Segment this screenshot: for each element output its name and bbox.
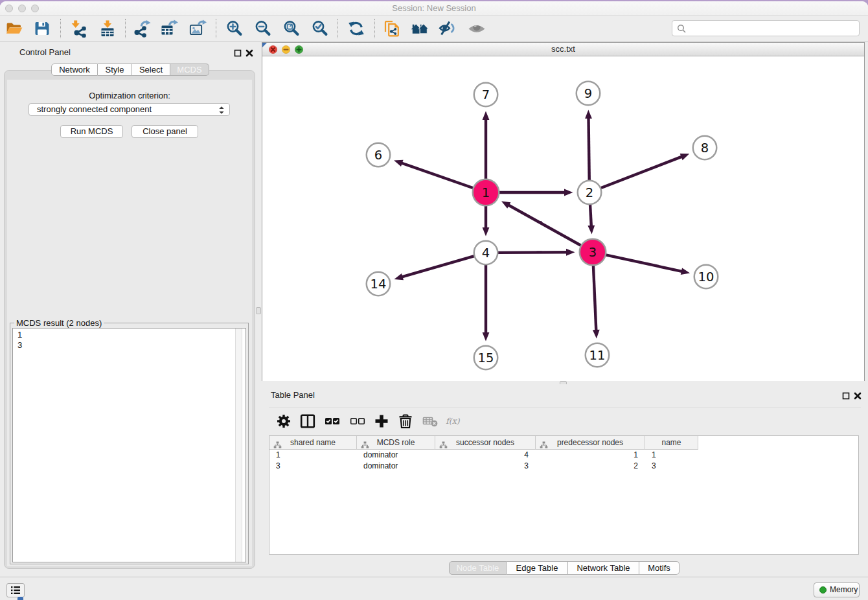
graph-node-7[interactable]: 7 [474,83,498,107]
mcds-result-fieldset: MCDS result (2 nodes) 1 3 [10,323,249,564]
criterion-select[interactable]: strongly connected component [29,103,230,116]
task-history-button[interactable] [6,583,25,597]
svg-text:2: 2 [586,185,593,200]
show-hidden-eye-icon[interactable] [468,19,486,38]
toolbar-separator [374,19,375,38]
graph-node-6[interactable]: 6 [367,143,391,167]
import-table-icon[interactable] [98,19,117,38]
mcds-panel: Optimization criterion: strongly connect… [7,80,252,566]
refresh-icon[interactable] [347,19,365,38]
save-session-icon[interactable] [33,19,51,38]
zoom-in-icon[interactable] [225,19,244,38]
criterion-value: strongly connected component [37,104,152,114]
hide-selected-eye-icon[interactable] [439,19,457,38]
search-input[interactable] [689,21,856,35]
graph-node-10[interactable]: 10 [694,265,718,289]
show-all-houses-icon[interactable] [411,19,429,38]
table-panel: Table Panel [262,384,868,577]
background-window-fragment [17,597,23,600]
table-row[interactable]: 3dominator323 [269,461,858,472]
tab-network[interactable]: Network [51,63,98,76]
graph-node-2[interactable]: 2 [578,181,602,205]
graph-node-3[interactable]: 3 [580,239,606,266]
column-header-name[interactable]: name [645,436,698,450]
vertical-splitter-handle[interactable] [256,307,261,314]
node-table: shared nameMCDS rolesuccessor nodesprede… [269,435,859,555]
graph-node-15[interactable]: 15 [474,346,498,370]
cell-MCDS-role: dominator [357,461,435,472]
export-image-icon[interactable] [188,19,207,38]
mcds-result-title: MCDS result (2 nodes) [14,318,104,328]
graph-node-8[interactable]: 8 [693,136,717,160]
svg-text:8: 8 [701,141,709,156]
network-graph[interactable]: 1234678910111415 [262,56,864,381]
graph-node-4[interactable]: 4 [474,241,498,265]
svg-text:11: 11 [589,348,606,363]
select-chevrons-icon [218,106,225,118]
svg-text:9: 9 [584,86,592,101]
export-table-icon[interactable] [160,19,178,38]
run-mcds-button[interactable]: Run MCDS [60,125,123,138]
cell-predecessor-nodes: 2 [536,461,645,472]
graph-node-14[interactable]: 14 [367,272,391,296]
clone-network-icon[interactable] [383,19,401,38]
status-bar: Memory [0,577,868,600]
mcds-result-list[interactable]: 1 3 [12,328,246,562]
split-view-icon[interactable] [299,413,316,430]
search-icon [677,24,687,34]
memory-label: Memory [830,585,858,594]
network-window-title: scc.txt [262,43,864,56]
svg-text:7: 7 [482,87,490,102]
function-builder-icon[interactable]: f(x) [445,413,471,430]
table-toolbar: f(x) [269,407,861,432]
list-icon [7,584,24,597]
zoom-fit-icon[interactable] [282,19,301,38]
close-panel-icon[interactable] [246,48,253,56]
tab-mcds[interactable]: MCDS [170,63,209,76]
close-table-panel-icon[interactable] [854,391,862,398]
column-header-predecessor-nodes[interactable]: predecessor nodes [536,436,645,450]
column-label: predecessor nodes [557,438,623,447]
open-file-icon[interactable] [5,19,23,38]
result-scrollbar[interactable] [235,329,242,562]
import-network-icon[interactable] [70,19,88,38]
vertical-splitter[interactable] [256,42,262,577]
zoom-out-icon[interactable] [254,19,272,38]
cell-successor-nodes: 4 [435,450,536,461]
window-titlebar: Session: New Session [0,1,868,16]
svg-text:15: 15 [478,351,494,365]
tab-motifs[interactable]: Motifs [639,561,680,575]
tab-style[interactable]: Style [98,63,132,76]
application-window: Session: New Session [0,1,868,600]
memory-button[interactable]: Memory [814,583,860,597]
graph-node-11[interactable]: 11 [586,343,610,367]
svg-text:3: 3 [589,245,597,260]
delete-column-icon[interactable] [397,413,414,430]
graph-node-1[interactable]: 1 [473,179,499,206]
tab-network-table[interactable]: Network Table [568,561,639,575]
cell-name: 3 [645,461,698,472]
zoom-selected-icon[interactable] [311,19,329,38]
graph-node-9[interactable]: 9 [577,82,600,106]
cell-shared-name: 3 [269,461,357,472]
tab-select[interactable]: Select [132,63,170,76]
unselect-all-icon[interactable] [349,413,366,430]
control-panel: Control Panel Network Style Select MCDS … [0,42,256,577]
select-all-icon[interactable] [324,413,341,430]
tab-edge-table[interactable]: Edge Table [507,561,568,575]
column-header-shared-name[interactable]: shared name [269,436,357,450]
close-panel-button[interactable]: Close panel [131,125,198,138]
toolbar-separator [125,19,126,38]
table-settings-icon[interactable] [275,413,292,430]
table-row[interactable]: 1dominator411 [269,450,858,461]
add-column-icon[interactable] [373,413,390,430]
toolbar-separator [60,19,61,38]
export-network-icon[interactable] [133,19,151,38]
column-header-successor-nodes[interactable]: successor nodes [435,436,536,450]
delete-table-icon[interactable] [422,413,439,430]
float-panel-icon[interactable] [234,48,242,56]
column-header-MCDS-role[interactable]: MCDS role [357,436,435,450]
tab-node-table[interactable]: Node Table [449,561,507,575]
float-table-panel-icon[interactable] [842,391,850,398]
optimization-criterion-label: Optimization criterion: [7,91,252,100]
